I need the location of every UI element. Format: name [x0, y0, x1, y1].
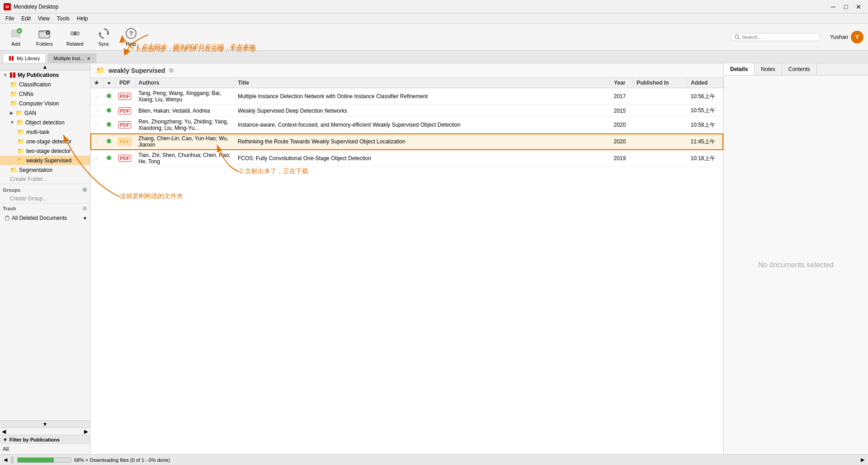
col-header-added[interactable]: Added: [687, 78, 723, 88]
tab-details[interactable]: Details: [724, 63, 755, 75]
sidebar-label-one-stage: one-stage detector: [26, 138, 71, 145]
menu-tools[interactable]: Tools: [53, 14, 73, 23]
tab-multiple-inst[interactable]: Multiple Inst... ✕: [47, 53, 96, 63]
row-published: [633, 88, 687, 105]
row-added: 10:58上午: [687, 117, 723, 133]
table-row[interactable]: ☆ PDF Tian, Zhi; Shen, Chunhua; Chen, Ha…: [90, 150, 723, 167]
sidebar-item-one-stage[interactable]: 📁 one-stage detector: [0, 137, 90, 146]
status-dot: [107, 122, 111, 127]
add-button[interactable]: + Add: [5, 25, 27, 48]
status-nav-left-icon[interactable]: ◀: [4, 457, 7, 463]
tab-my-library[interactable]: My Library: [3, 53, 46, 63]
row-authors: Zhang, Chen-Lin; Cao, Yun-Hao; Wu, Jianx…: [135, 133, 234, 150]
svg-point-8: [74, 31, 76, 36]
trash-dropdown-icon[interactable]: ▼: [83, 216, 87, 221]
col-header-star[interactable]: ★: [90, 78, 103, 88]
pdf-downloading-icon[interactable]: PDF: [118, 138, 131, 145]
folder-icon-cnns: 📁: [10, 90, 17, 97]
status-nav-right-icon[interactable]: ▶: [861, 457, 864, 463]
progress-container: 68% × Downloading files (0 of 1 - 0% don…: [17, 457, 857, 463]
sidebar-item-create-folder[interactable]: Create Folder...: [0, 175, 90, 184]
sidebar-item-my-publications[interactable]: ▼ My Publications: [0, 71, 90, 80]
star-icon[interactable]: ☆: [94, 155, 99, 162]
sidebar-item-create-group[interactable]: Create Group...: [0, 194, 90, 203]
star-icon[interactable]: ☆: [94, 107, 99, 114]
pdf-icon[interactable]: PDF: [118, 107, 131, 114]
maximize-button[interactable]: □: [840, 2, 852, 11]
menu-file[interactable]: File: [2, 14, 18, 23]
sidebar-scroll-up[interactable]: ▲: [0, 63, 90, 71]
sidebar-item-cnns[interactable]: 📁 CNNs: [0, 89, 90, 99]
progress-bar-fill: [18, 458, 54, 462]
sidebar-bottom-nav: ◀ ▶: [0, 427, 90, 435]
sidebar-item-trash[interactable]: All Deleted Documents ▼: [0, 214, 90, 223]
sidebar-item-multi-task[interactable]: 📁 multi-task: [0, 127, 90, 137]
content-gear-icon[interactable]: ⚙: [169, 67, 174, 74]
sidebar-left-nav[interactable]: ◀: [2, 428, 6, 435]
pdf-icon[interactable]: PDF: [118, 155, 131, 162]
svg-text:+: +: [18, 28, 21, 33]
sidebar-item-segmentation[interactable]: 📁 Segmentation: [0, 165, 90, 175]
svg-rect-17: [10, 72, 12, 78]
svg-rect-15: [9, 56, 11, 61]
obj-det-arrow: ▼: [10, 120, 14, 125]
pdf-icon[interactable]: PDF: [118, 121, 131, 128]
related-button[interactable]: Related: [62, 25, 88, 48]
col-header-published[interactable]: Published In: [633, 78, 687, 88]
status-dot: [107, 94, 111, 98]
menu-view[interactable]: View: [34, 14, 53, 23]
table-row[interactable]: ☆ PDF Bilen, Hakan; Vedaldi, Andrea Weak…: [90, 105, 723, 117]
col-header-pdf[interactable]: PDF: [115, 78, 135, 88]
sidebar-item-gan[interactable]: ▶ 📁 GAN: [0, 108, 90, 118]
filter-section: ▼ Filter by Publications All: [0, 435, 90, 454]
filter-chevron-icon: ▼: [3, 437, 8, 442]
star-icon[interactable]: ☆: [94, 138, 99, 145]
svg-marker-9: [107, 32, 108, 35]
tab-notes[interactable]: Notes: [755, 63, 782, 75]
tab-library-label: My Library: [17, 56, 40, 61]
row-title: FCOS: Fully Convolutional One-Stage Obje…: [234, 150, 610, 167]
sidebar-scroll-down[interactable]: ▼: [0, 420, 90, 427]
sidebar-item-object-detection[interactable]: ▼ 📁 Object detection: [0, 118, 90, 127]
content-header: 📁 weakly Supervised ⚙: [90, 63, 723, 78]
tab-contents[interactable]: Contents: [782, 63, 817, 75]
row-published: [633, 117, 687, 133]
table-row[interactable]: ☆ PDF Ren, Zhongzheng; Yu, Zhiding; Yang…: [90, 117, 723, 133]
folders-label: Folders: [36, 41, 53, 47]
row-added: 10:56上午: [687, 88, 723, 105]
star-icon[interactable]: ☆: [94, 93, 99, 100]
star-icon[interactable]: ☆: [94, 122, 99, 128]
svg-rect-16: [12, 56, 14, 61]
status-dot: [107, 156, 111, 160]
search-input[interactable]: [742, 34, 814, 40]
minimize-button[interactable]: ─: [827, 2, 839, 11]
close-button[interactable]: ✕: [853, 2, 864, 11]
table-row[interactable]: ☆ PDF Tang, Peng; Wang, Xinggang; Bai, X…: [90, 88, 723, 105]
col-header-authors[interactable]: Authors: [135, 78, 234, 88]
col-header-year[interactable]: Year: [610, 78, 633, 88]
menu-edit[interactable]: Edit: [18, 14, 34, 23]
pdf-icon[interactable]: PDF: [118, 93, 131, 100]
help-button[interactable]: ? Help: [120, 25, 142, 48]
filter-header[interactable]: ▼ Filter by Publications: [0, 435, 90, 444]
status-dot: [107, 108, 111, 113]
tab-close-button[interactable]: ✕: [87, 56, 90, 61]
title-bar-left: M Mendeley Desktop: [4, 3, 58, 10]
sidebar-item-weakly-supervised[interactable]: 📁 weakly Supervised: [0, 156, 90, 165]
sidebar-item-computer-vision[interactable]: 📁 Computer Vision: [0, 99, 90, 108]
trash-gear-icon[interactable]: ⚙: [82, 205, 87, 212]
col-header-dot[interactable]: ●: [103, 78, 115, 88]
table-row-selected[interactable]: ☆ PDF Zhang, Chen-Lin; Cao, Yun-Hao; Wu,…: [90, 133, 723, 150]
row-authors: Tian, Zhi; Shen, Chunhua; Chen, Hao; He,…: [135, 150, 234, 167]
menu-help[interactable]: Help: [73, 14, 92, 23]
groups-gear-icon[interactable]: ⚙: [82, 187, 87, 193]
row-year: 2020: [610, 117, 633, 133]
folders-button[interactable]: + Folders: [32, 25, 57, 48]
sidebar-label-segmentation: Segmentation: [19, 167, 52, 173]
sidebar-item-two-stage[interactable]: 📁 two-stage detector: [0, 146, 90, 156]
sidebar-right-nav[interactable]: ▶: [84, 428, 88, 435]
svg-rect-19: [5, 217, 9, 220]
sync-button[interactable]: Sync: [93, 25, 115, 48]
col-header-title[interactable]: Title: [234, 78, 610, 88]
sidebar-item-classification[interactable]: 📁 Classification: [0, 80, 90, 89]
